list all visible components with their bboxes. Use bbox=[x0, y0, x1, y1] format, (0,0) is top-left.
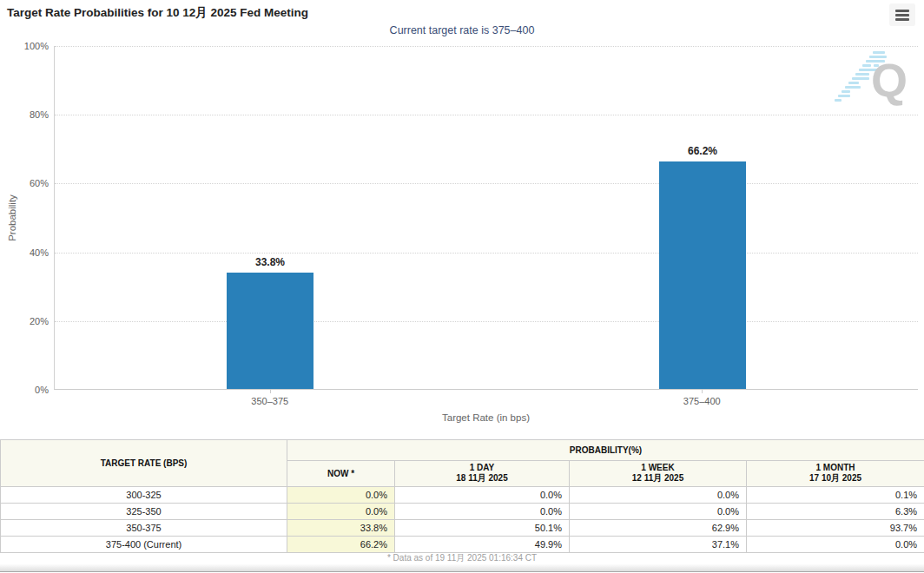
y-tick-label: 20% bbox=[0, 316, 49, 326]
bar-rect bbox=[659, 161, 746, 389]
x-axis-title: Target Rate (in bps) bbox=[54, 412, 918, 423]
y-tick-label: 80% bbox=[0, 109, 49, 120]
gridline bbox=[55, 46, 918, 47]
day-value-cell: 0.0% bbox=[395, 504, 570, 520]
col-header-date: 18 11月 2025 bbox=[395, 472, 569, 484]
svg-text:Q: Q bbox=[871, 54, 908, 106]
bar-value-label: 66.2% bbox=[688, 145, 717, 157]
day-value-cell: 49.9% bbox=[395, 537, 570, 553]
probability-table: TARGET RATE (BPS) PROBABILITY(%) NOW * 1… bbox=[0, 439, 924, 553]
quikstrike-logo-watermark: Q bbox=[828, 49, 911, 107]
bar-350-375[interactable]: 33.8% bbox=[227, 46, 314, 389]
col-header-label: 1 DAY bbox=[470, 463, 495, 472]
x-axis: 350–375 375–400 bbox=[54, 390, 918, 411]
gridline bbox=[55, 253, 918, 254]
y-tick-label: 40% bbox=[0, 247, 49, 258]
table-row: 375-400 (Current) 66.2% 49.9% 37.1% 0.0% bbox=[1, 537, 924, 553]
x-tick-mark bbox=[270, 390, 271, 393]
gridline bbox=[55, 115, 918, 115]
week-value-cell: 37.1% bbox=[570, 537, 747, 553]
now-value-cell: 33.8% bbox=[287, 520, 395, 537]
fedwatch-page: Target Rate Probabilities for 10 12月 202… bbox=[0, 0, 924, 573]
table-row: 300-325 0.0% 0.0% 0.0% 0.1% bbox=[1, 487, 924, 504]
y-tick-label: 100% bbox=[0, 41, 49, 51]
bar-375-400[interactable]: 66.2% bbox=[659, 46, 746, 389]
now-value-cell: 0.0% bbox=[287, 487, 395, 504]
rate-cell: 300-325 bbox=[1, 487, 287, 504]
col-header-now: NOW * bbox=[287, 461, 395, 487]
y-tick-label: 0% bbox=[0, 385, 49, 395]
month-value-cell: 6.3% bbox=[747, 504, 924, 520]
col-header-label: 1 WEEK bbox=[641, 463, 674, 472]
col-header-target-rate: TARGET RATE (BPS) bbox=[1, 440, 287, 487]
week-value-cell: 0.0% bbox=[570, 504, 747, 520]
rate-cell: 325-350 bbox=[1, 504, 287, 520]
chart-subtitle: Current target rate is 375–400 bbox=[0, 24, 924, 36]
rate-cell: 350-375 bbox=[1, 520, 287, 537]
week-value-cell: 0.0% bbox=[570, 487, 747, 504]
plot-area: Q 33.8% 66.2% bbox=[54, 46, 918, 390]
gridline bbox=[55, 183, 918, 184]
x-tick-mark bbox=[702, 390, 703, 393]
bar-rect bbox=[227, 273, 314, 389]
day-value-cell: 0.0% bbox=[395, 487, 570, 504]
chart-context-menu-button[interactable] bbox=[889, 3, 915, 26]
bottom-divider-bar bbox=[0, 564, 924, 572]
col-header-date: 17 10月 2025 bbox=[747, 472, 924, 484]
data-as-of-footnote: * Data as of 19 11月 2025 01:16:34 CT bbox=[0, 552, 924, 564]
y-axis-title: Probability bbox=[7, 194, 17, 241]
month-value-cell: 0.1% bbox=[747, 487, 924, 504]
col-header-1month: 1 MONTH 17 10月 2025 bbox=[747, 461, 924, 487]
col-header-label: 1 MONTH bbox=[816, 463, 855, 472]
hamburger-icon bbox=[895, 10, 909, 21]
x-tick-label: 350–375 bbox=[251, 396, 288, 406]
page-title: Target Rate Probabilities for 10 12月 202… bbox=[7, 5, 308, 21]
rate-cell: 375-400 (Current) bbox=[1, 537, 287, 553]
now-value-cell: 0.0% bbox=[287, 504, 395, 520]
day-value-cell: 50.1% bbox=[395, 520, 570, 537]
x-tick-label: 375–400 bbox=[683, 396, 721, 406]
now-value-cell: 66.2% bbox=[287, 537, 395, 553]
col-header-1week: 1 WEEK 12 11月 2025 bbox=[570, 461, 747, 487]
probability-bar-chart: 100% 80% 60% 40% 20% 0% Probability bbox=[0, 39, 924, 434]
col-header-1day: 1 DAY 18 11月 2025 bbox=[395, 461, 570, 487]
week-value-cell: 62.9% bbox=[570, 520, 747, 537]
month-value-cell: 93.7% bbox=[747, 520, 924, 537]
gridline bbox=[55, 321, 918, 322]
month-value-cell: 0.0% bbox=[747, 537, 924, 553]
y-tick-label: 60% bbox=[0, 178, 49, 188]
col-header-probability: PROBABILITY(%) bbox=[287, 440, 924, 461]
col-header-date: 12 11月 2025 bbox=[570, 472, 746, 484]
table-row: 350-375 33.8% 50.1% 62.9% 93.7% bbox=[1, 520, 924, 537]
bar-value-label: 33.8% bbox=[255, 256, 285, 268]
table-row: 325-350 0.0% 0.0% 0.0% 6.3% bbox=[1, 504, 924, 520]
